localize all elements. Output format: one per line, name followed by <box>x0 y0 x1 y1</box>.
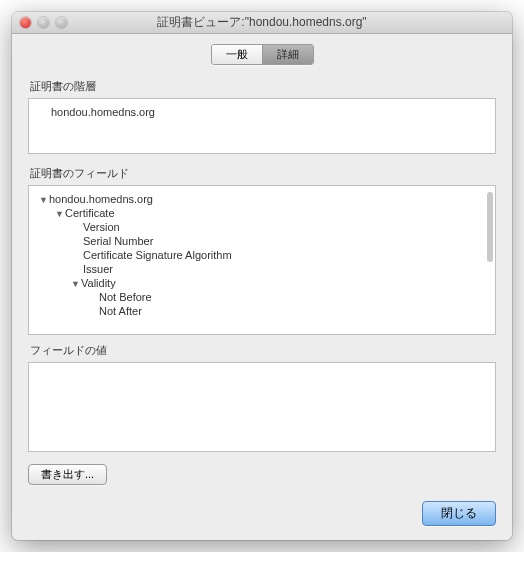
tree-label: Serial Number <box>83 235 153 247</box>
certificate-viewer-window: 証明書ビューア:"hondou.homedns.org" 一般 詳細 証明書の階… <box>12 12 512 540</box>
tab-switcher: 一般 詳細 <box>28 44 496 65</box>
tree-label: Not Before <box>99 291 152 303</box>
tree-label: Not After <box>99 305 142 317</box>
tree-row-version[interactable]: Version <box>39 220 485 234</box>
tree-row-validity[interactable]: ▼Validity <box>39 276 485 290</box>
tree-row-issuer[interactable]: Issuer <box>39 262 485 276</box>
tree-label: Version <box>83 221 120 233</box>
window-body: 一般 詳細 証明書の階層 hondou.homedns.org 証明書のフィール… <box>12 34 512 540</box>
disclosure-down-icon[interactable]: ▼ <box>39 195 49 205</box>
titlebar: 証明書ビューア:"hondou.homedns.org" <box>12 12 512 34</box>
tree-row-notbefore[interactable]: Not Before <box>39 290 485 304</box>
tab-general[interactable]: 一般 <box>212 45 262 64</box>
tree-row-sigalg[interactable]: Certificate Signature Algorithm <box>39 248 485 262</box>
tree-row-certificate[interactable]: ▼Certificate <box>39 206 485 220</box>
tree-label: Validity <box>81 277 116 289</box>
tree-label: Issuer <box>83 263 113 275</box>
traffic-lights <box>12 17 67 28</box>
field-value-label: フィールドの値 <box>30 343 496 358</box>
tab-detail[interactable]: 詳細 <box>262 45 313 64</box>
minimize-window-icon <box>38 17 49 28</box>
tree-label: hondou.homedns.org <box>49 193 153 205</box>
hierarchy-panel[interactable]: hondou.homedns.org <box>28 98 496 154</box>
footer: 閉じる <box>28 491 496 526</box>
tree-row-serial[interactable]: Serial Number <box>39 234 485 248</box>
tree-row-root[interactable]: ▼hondou.homedns.org <box>39 192 485 206</box>
window-title: 証明書ビューア:"hondou.homedns.org" <box>12 14 512 31</box>
close-button[interactable]: 閉じる <box>422 501 496 526</box>
disclosure-down-icon[interactable]: ▼ <box>55 209 65 219</box>
scrollbar-thumb[interactable] <box>487 192 493 262</box>
tree-row-notafter[interactable]: Not After <box>39 304 485 318</box>
zoom-window-icon <box>56 17 67 28</box>
close-window-icon[interactable] <box>20 17 31 28</box>
fields-label: 証明書のフィールド <box>30 166 496 181</box>
hierarchy-label: 証明書の階層 <box>30 79 496 94</box>
tree-label: Certificate Signature Algorithm <box>83 249 232 261</box>
tree-label: Certificate <box>65 207 115 219</box>
hierarchy-item[interactable]: hondou.homedns.org <box>39 105 485 119</box>
field-value-panel[interactable] <box>28 362 496 452</box>
export-button[interactable]: 書き出す... <box>28 464 107 485</box>
fields-panel[interactable]: ▼hondou.homedns.org ▼Certificate Version… <box>28 185 496 335</box>
disclosure-down-icon[interactable]: ▼ <box>71 279 81 289</box>
